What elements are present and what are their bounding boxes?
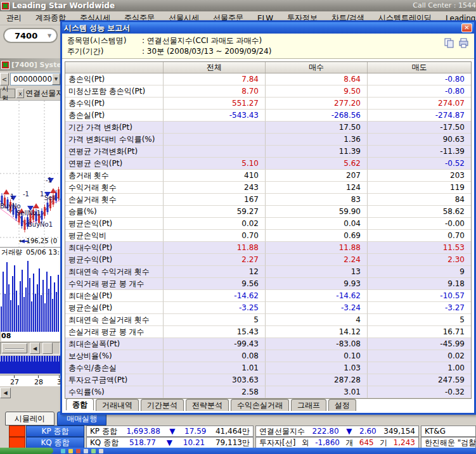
table-cell: 247.59 [368, 374, 471, 386]
axis-label: 27 [10, 378, 19, 386]
tab-설정[interactable]: 설정 [328, 399, 356, 411]
table-cell: -99.43 [164, 338, 266, 350]
row-label: 총손익(Pt) [65, 73, 164, 85]
field: 349,154 [383, 427, 415, 436]
field: 1,693.88 [126, 427, 160, 436]
scroll-left-icon[interactable]: ◀ [30, 343, 40, 354]
table-row: 최대수익(Pt)11.8811.8811.53 [65, 242, 471, 254]
table-cell: 410 [164, 170, 266, 182]
tab-기간분석[interactable]: 기간분석 [141, 399, 184, 411]
row-label: 투자요구금액(Pt) [65, 374, 164, 386]
row-label: 승률(%) [65, 206, 164, 218]
table-cell: 8.70 [164, 85, 266, 98]
row-label: 기간 가격 변화(Pt) [65, 122, 164, 134]
close-icon[interactable]: x [16, 89, 24, 98]
row-label: 수익률(%) [65, 386, 164, 398]
horizontal-scrollbar[interactable]: ◀ [0, 342, 60, 355]
table-cell: 2.27 [164, 254, 266, 266]
tab-전략분석[interactable]: 전략분석 [186, 399, 229, 411]
market-status-row: KQ 종합KQ 종합518.77▼10.2179,113만투자자[선]외-1,8… [0, 437, 476, 448]
table-cell: -0.80 [368, 73, 471, 85]
taskbar-icon[interactable] [68, 449, 73, 453]
code-combo[interactable]: 00000000 ▼ [10, 73, 61, 85]
volume-title: 거래량 [1, 248, 22, 257]
tab-거래내역[interactable]: 거래내역 [96, 399, 139, 411]
taskbar-icon[interactable] [91, 449, 96, 453]
tab-그래프[interactable]: 그래프 [291, 399, 326, 411]
taskbar[interactable] [0, 448, 476, 454]
scrollbar-thumb[interactable] [2, 343, 27, 353]
info-cell: 투자자[선]외-1,860개645기1,243 [255, 437, 419, 448]
table-cell: 83 [266, 194, 368, 206]
news-cell: KT&G [421, 426, 476, 437]
field: 518.77 [129, 438, 156, 447]
table-cell: 9.56 [164, 278, 266, 290]
table-cell: 0.70 [368, 230, 471, 242]
table-cell: 3.01 [266, 386, 368, 398]
table-cell: 277.20 [266, 98, 368, 110]
table-cell: 0.70 [164, 230, 266, 242]
start-button[interactable] [0, 448, 53, 454]
scroll-blank-button[interactable] [42, 343, 53, 354]
signal-label: SellNo1 [16, 210, 41, 217]
index-button[interactable]: KQ 종합 [26, 437, 84, 448]
field: 개 [345, 438, 353, 448]
table-cell: 0.02 [164, 218, 266, 230]
table-row: 최대손실(Pt)-14.62-14.62-10.57 [65, 290, 471, 302]
taskbar-icon[interactable] [84, 449, 88, 453]
index-button[interactable]: KP 종합 [26, 426, 84, 437]
price-chart[interactable]: -1 1 -1 1 Sell BuyNo SellNo1 BuyNo1 ← 19… [0, 100, 60, 247]
tab-수익손실거래[interactable]: 수익손실거래 [231, 399, 289, 411]
scroll-left-icon[interactable]: ◀ [0, 388, 11, 398]
panel-tab[interactable]: 시뮬레이 [5, 412, 55, 426]
print-icon[interactable] [458, 37, 469, 48]
table-row: 손실거래 횟수1678384 [65, 194, 471, 206]
row-label: 최대손실폭(Pt) [65, 338, 164, 350]
table-cell: -274.87 [368, 110, 471, 122]
chevron-down-icon[interactable]: ▼ [52, 73, 60, 85]
table-cell: -11.39 [368, 146, 471, 158]
table-column-header: 매수 [266, 62, 368, 73]
table-cell: 11.88 [266, 242, 368, 254]
status-marker [9, 426, 25, 437]
menu-item-0[interactable]: 관리 [6, 13, 22, 23]
dialog-titlebar[interactable]: 시스템 성능 보고서 ✕ [62, 22, 474, 34]
row-label: 최대연속 손실거래 횟수 [65, 314, 164, 326]
screen-number-combo[interactable]: 7400 ▼ [3, 28, 58, 43]
table-cell: -3.25 [164, 302, 266, 314]
table-cell: 9.50 [266, 85, 368, 98]
field: ▼ [346, 427, 352, 436]
close-icon[interactable]: ✕ [461, 23, 472, 32]
table-cell: 1.03 [266, 362, 368, 374]
volume-chart[interactable] [0, 257, 60, 332]
subwindow-titlebar[interactable]: [7400] System [0, 58, 70, 71]
chevron-down-icon[interactable]: ▼ [48, 33, 56, 39]
field: 외 [302, 438, 309, 448]
tab-종합[interactable]: 종합 [66, 398, 94, 410]
table-row: 평균손익(Pt)0.020.04-0.00 [65, 218, 471, 230]
table-cell: 2.24 [266, 254, 368, 266]
table-cell: 287.28 [266, 374, 368, 386]
signal-label: -1 [46, 177, 52, 184]
dialog-title: 시스템 성능 보고서 [64, 23, 461, 34]
taskbar-icon[interactable] [76, 449, 80, 453]
table-cell: -45.99 [368, 338, 471, 350]
market-cell: KQ 종합518.77▼10.2179,113만 [86, 437, 254, 448]
field: 222.80 [312, 427, 339, 436]
taskbar-icon[interactable] [99, 449, 103, 453]
field: ▼ [169, 427, 175, 436]
table-row: 평균손익비0.700.690.70 [65, 230, 471, 242]
table-row: 최대연속 수익거래 횟수12139 [65, 266, 471, 278]
copy-icon[interactable] [444, 37, 454, 48]
volume-bars-graphic [0, 257, 60, 332]
row-label: 수익거래 평균 봉 개수 [65, 278, 164, 290]
chart-tab[interactable]: 시험 [0, 89, 15, 98]
table-row: 총손실(Pt)-543.43-268.56-274.87 [65, 110, 471, 122]
signal-label: Sell [44, 194, 56, 201]
field: 기 [380, 438, 387, 448]
chart-navigator-strip[interactable] [0, 356, 60, 374]
taskbar-icon[interactable] [61, 449, 65, 453]
table-cell: -0.32 [368, 386, 471, 398]
back-button[interactable]: < [0, 73, 9, 85]
table-cell: -3.27 [368, 302, 471, 314]
